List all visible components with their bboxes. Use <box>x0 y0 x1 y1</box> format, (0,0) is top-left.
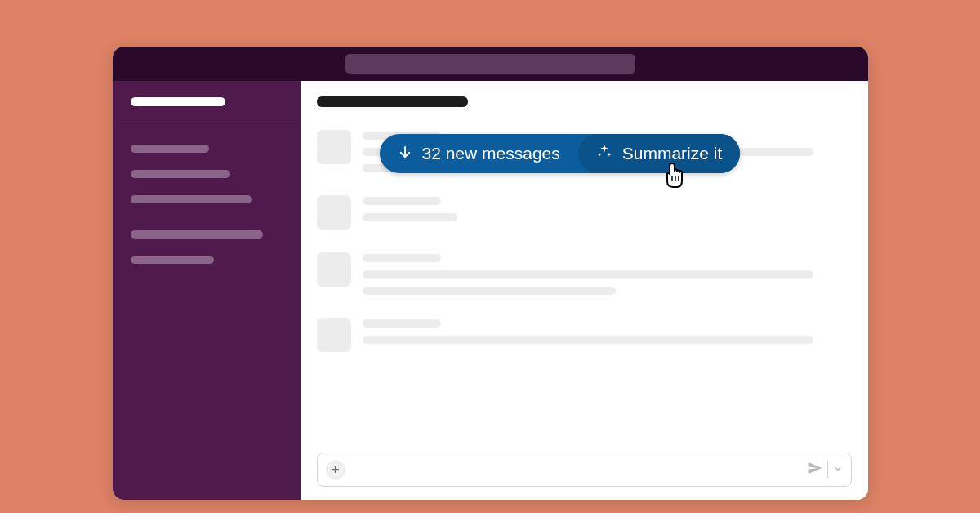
message-item <box>317 195 852 230</box>
summarize-label: Summarize it <box>622 144 723 163</box>
attach-button[interactable]: + <box>326 460 345 480</box>
titlebar <box>113 47 868 81</box>
message-author <box>363 197 441 205</box>
channel-list <box>113 123 301 285</box>
new-messages-label: 32 new messages <box>422 144 560 163</box>
plus-icon: + <box>331 462 340 477</box>
channel-title <box>317 96 468 107</box>
avatar <box>317 318 351 352</box>
send-group <box>808 461 843 479</box>
message-body <box>363 252 852 295</box>
workspace-header[interactable] <box>113 81 301 123</box>
summarize-button[interactable]: 3 Summarize it <box>578 134 741 173</box>
avatar <box>317 130 351 164</box>
channel-header <box>301 81 868 123</box>
jump-to-new-button[interactable]: 32 new messages <box>380 134 578 173</box>
chevron-down-icon[interactable] <box>833 462 843 477</box>
message-composer: + <box>317 453 852 487</box>
message-author <box>363 319 441 328</box>
new-messages-pill: 32 new messages 3 Summarize it <box>380 134 741 173</box>
sidebar-item[interactable] <box>131 256 214 264</box>
workspace-name <box>131 97 225 106</box>
message-item <box>317 318 852 352</box>
composer-input[interactable] <box>354 462 800 478</box>
message-text <box>363 270 813 279</box>
sidebar-item[interactable] <box>131 170 230 178</box>
sidebar-item[interactable] <box>131 230 263 239</box>
divider <box>827 462 828 478</box>
sidebar <box>113 81 301 500</box>
message-author <box>363 254 441 262</box>
avatar <box>317 195 351 230</box>
sparkle-icon: 3 <box>596 143 612 163</box>
message-item <box>317 252 852 295</box>
sidebar-item[interactable] <box>131 145 209 153</box>
sidebar-item[interactable] <box>131 195 252 203</box>
search-input[interactable] <box>345 54 635 74</box>
main-panel: + 32 ne <box>301 81 868 500</box>
avatar <box>317 252 351 287</box>
app-window: + 32 ne <box>113 47 868 500</box>
send-icon[interactable] <box>808 461 822 479</box>
arrow-down-icon <box>398 144 412 163</box>
message-text <box>363 336 813 344</box>
message-body <box>363 195 852 230</box>
message-body <box>363 318 852 352</box>
message-text <box>363 213 457 221</box>
app-body: + 32 ne <box>113 81 868 500</box>
message-text <box>363 287 616 295</box>
